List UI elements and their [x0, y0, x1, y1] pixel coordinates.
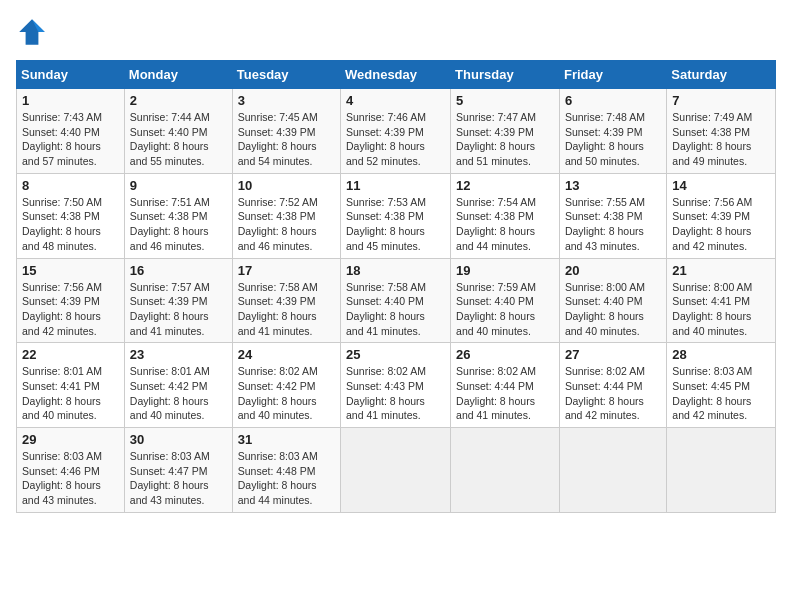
weekday-label: Wednesday	[341, 61, 451, 89]
calendar-cell: 5 Sunrise: 7:47 AM Sunset: 4:39 PM Dayli…	[451, 89, 560, 174]
day-number: 1	[22, 93, 119, 108]
day-detail: Sunrise: 8:00 AM Sunset: 4:40 PM Dayligh…	[565, 280, 661, 339]
day-detail: Sunrise: 7:43 AM Sunset: 4:40 PM Dayligh…	[22, 110, 119, 169]
day-detail: Sunrise: 8:01 AM Sunset: 4:41 PM Dayligh…	[22, 364, 119, 423]
day-number: 23	[130, 347, 227, 362]
calendar-cell: 14 Sunrise: 7:56 AM Sunset: 4:39 PM Dayl…	[667, 173, 776, 258]
weekday-label: Thursday	[451, 61, 560, 89]
day-detail: Sunrise: 7:52 AM Sunset: 4:38 PM Dayligh…	[238, 195, 335, 254]
day-detail: Sunrise: 8:00 AM Sunset: 4:41 PM Dayligh…	[672, 280, 770, 339]
day-detail: Sunrise: 7:57 AM Sunset: 4:39 PM Dayligh…	[130, 280, 227, 339]
calendar-cell	[667, 428, 776, 513]
day-number: 10	[238, 178, 335, 193]
calendar-cell: 25 Sunrise: 8:02 AM Sunset: 4:43 PM Dayl…	[341, 343, 451, 428]
calendar: SundayMondayTuesdayWednesdayThursdayFrid…	[16, 60, 776, 513]
day-detail: Sunrise: 7:55 AM Sunset: 4:38 PM Dayligh…	[565, 195, 661, 254]
calendar-cell: 29 Sunrise: 8:03 AM Sunset: 4:46 PM Dayl…	[17, 428, 125, 513]
calendar-week-row: 1 Sunrise: 7:43 AM Sunset: 4:40 PM Dayli…	[17, 89, 776, 174]
day-number: 27	[565, 347, 661, 362]
calendar-week-row: 22 Sunrise: 8:01 AM Sunset: 4:41 PM Dayl…	[17, 343, 776, 428]
logo	[16, 16, 52, 48]
calendar-cell: 19 Sunrise: 7:59 AM Sunset: 4:40 PM Dayl…	[451, 258, 560, 343]
day-detail: Sunrise: 7:51 AM Sunset: 4:38 PM Dayligh…	[130, 195, 227, 254]
day-detail: Sunrise: 7:58 AM Sunset: 4:39 PM Dayligh…	[238, 280, 335, 339]
day-number: 31	[238, 432, 335, 447]
calendar-cell: 18 Sunrise: 7:58 AM Sunset: 4:40 PM Dayl…	[341, 258, 451, 343]
day-number: 30	[130, 432, 227, 447]
day-number: 9	[130, 178, 227, 193]
day-number: 24	[238, 347, 335, 362]
day-number: 20	[565, 263, 661, 278]
day-number: 26	[456, 347, 554, 362]
day-number: 14	[672, 178, 770, 193]
day-detail: Sunrise: 7:46 AM Sunset: 4:39 PM Dayligh…	[346, 110, 445, 169]
calendar-cell: 16 Sunrise: 7:57 AM Sunset: 4:39 PM Dayl…	[124, 258, 232, 343]
calendar-cell: 12 Sunrise: 7:54 AM Sunset: 4:38 PM Dayl…	[451, 173, 560, 258]
day-detail: Sunrise: 7:44 AM Sunset: 4:40 PM Dayligh…	[130, 110, 227, 169]
weekday-label: Tuesday	[232, 61, 340, 89]
day-number: 7	[672, 93, 770, 108]
calendar-cell: 27 Sunrise: 8:02 AM Sunset: 4:44 PM Dayl…	[559, 343, 666, 428]
day-number: 21	[672, 263, 770, 278]
weekday-header-row: SundayMondayTuesdayWednesdayThursdayFrid…	[17, 61, 776, 89]
calendar-cell: 20 Sunrise: 8:00 AM Sunset: 4:40 PM Dayl…	[559, 258, 666, 343]
day-number: 6	[565, 93, 661, 108]
calendar-cell: 30 Sunrise: 8:03 AM Sunset: 4:47 PM Dayl…	[124, 428, 232, 513]
day-detail: Sunrise: 7:56 AM Sunset: 4:39 PM Dayligh…	[672, 195, 770, 254]
day-detail: Sunrise: 7:50 AM Sunset: 4:38 PM Dayligh…	[22, 195, 119, 254]
weekday-label: Friday	[559, 61, 666, 89]
calendar-cell: 1 Sunrise: 7:43 AM Sunset: 4:40 PM Dayli…	[17, 89, 125, 174]
day-detail: Sunrise: 7:49 AM Sunset: 4:38 PM Dayligh…	[672, 110, 770, 169]
calendar-week-row: 15 Sunrise: 7:56 AM Sunset: 4:39 PM Dayl…	[17, 258, 776, 343]
calendar-cell: 2 Sunrise: 7:44 AM Sunset: 4:40 PM Dayli…	[124, 89, 232, 174]
day-number: 25	[346, 347, 445, 362]
calendar-cell: 28 Sunrise: 8:03 AM Sunset: 4:45 PM Dayl…	[667, 343, 776, 428]
day-detail: Sunrise: 7:47 AM Sunset: 4:39 PM Dayligh…	[456, 110, 554, 169]
calendar-cell: 13 Sunrise: 7:55 AM Sunset: 4:38 PM Dayl…	[559, 173, 666, 258]
day-number: 4	[346, 93, 445, 108]
calendar-cell	[559, 428, 666, 513]
day-detail: Sunrise: 7:45 AM Sunset: 4:39 PM Dayligh…	[238, 110, 335, 169]
weekday-label: Sunday	[17, 61, 125, 89]
day-number: 13	[565, 178, 661, 193]
day-detail: Sunrise: 8:03 AM Sunset: 4:48 PM Dayligh…	[238, 449, 335, 508]
day-detail: Sunrise: 8:02 AM Sunset: 4:42 PM Dayligh…	[238, 364, 335, 423]
day-detail: Sunrise: 7:53 AM Sunset: 4:38 PM Dayligh…	[346, 195, 445, 254]
day-detail: Sunrise: 8:02 AM Sunset: 4:44 PM Dayligh…	[456, 364, 554, 423]
calendar-week-row: 8 Sunrise: 7:50 AM Sunset: 4:38 PM Dayli…	[17, 173, 776, 258]
calendar-cell: 15 Sunrise: 7:56 AM Sunset: 4:39 PM Dayl…	[17, 258, 125, 343]
day-detail: Sunrise: 8:03 AM Sunset: 4:45 PM Dayligh…	[672, 364, 770, 423]
day-detail: Sunrise: 7:58 AM Sunset: 4:40 PM Dayligh…	[346, 280, 445, 339]
day-detail: Sunrise: 7:56 AM Sunset: 4:39 PM Dayligh…	[22, 280, 119, 339]
day-number: 28	[672, 347, 770, 362]
day-number: 17	[238, 263, 335, 278]
calendar-cell: 10 Sunrise: 7:52 AM Sunset: 4:38 PM Dayl…	[232, 173, 340, 258]
calendar-cell: 8 Sunrise: 7:50 AM Sunset: 4:38 PM Dayli…	[17, 173, 125, 258]
calendar-cell: 3 Sunrise: 7:45 AM Sunset: 4:39 PM Dayli…	[232, 89, 340, 174]
day-detail: Sunrise: 7:59 AM Sunset: 4:40 PM Dayligh…	[456, 280, 554, 339]
logo-icon	[16, 16, 48, 48]
calendar-cell	[341, 428, 451, 513]
day-detail: Sunrise: 8:03 AM Sunset: 4:46 PM Dayligh…	[22, 449, 119, 508]
calendar-cell: 7 Sunrise: 7:49 AM Sunset: 4:38 PM Dayli…	[667, 89, 776, 174]
calendar-cell: 26 Sunrise: 8:02 AM Sunset: 4:44 PM Dayl…	[451, 343, 560, 428]
day-detail: Sunrise: 7:48 AM Sunset: 4:39 PM Dayligh…	[565, 110, 661, 169]
weekday-label: Monday	[124, 61, 232, 89]
day-detail: Sunrise: 8:02 AM Sunset: 4:44 PM Dayligh…	[565, 364, 661, 423]
day-number: 5	[456, 93, 554, 108]
day-detail: Sunrise: 7:54 AM Sunset: 4:38 PM Dayligh…	[456, 195, 554, 254]
day-number: 11	[346, 178, 445, 193]
calendar-cell: 11 Sunrise: 7:53 AM Sunset: 4:38 PM Dayl…	[341, 173, 451, 258]
day-detail: Sunrise: 8:02 AM Sunset: 4:43 PM Dayligh…	[346, 364, 445, 423]
calendar-cell: 21 Sunrise: 8:00 AM Sunset: 4:41 PM Dayl…	[667, 258, 776, 343]
calendar-cell: 9 Sunrise: 7:51 AM Sunset: 4:38 PM Dayli…	[124, 173, 232, 258]
day-number: 16	[130, 263, 227, 278]
header	[16, 16, 776, 48]
day-number: 18	[346, 263, 445, 278]
day-number: 8	[22, 178, 119, 193]
weekday-label: Saturday	[667, 61, 776, 89]
day-number: 3	[238, 93, 335, 108]
day-number: 12	[456, 178, 554, 193]
calendar-cell: 23 Sunrise: 8:01 AM Sunset: 4:42 PM Dayl…	[124, 343, 232, 428]
day-number: 15	[22, 263, 119, 278]
